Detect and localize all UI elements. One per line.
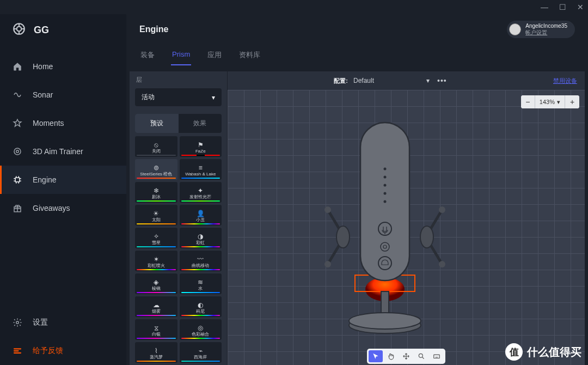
preset-list[interactable]: ⦸关闭⚑FaZe⊚SteelSeries 橙色≡Wabash & Lake❄剧冰… (130, 136, 227, 365)
nav-moments[interactable]: Moments (0, 109, 126, 137)
preset-label: 小丑 (196, 218, 205, 222)
config-select[interactable]: Default ▾ (353, 75, 430, 87)
svg-rect-30 (434, 355, 440, 358)
sonar-icon (12, 89, 23, 100)
preset-label: 科尼 (196, 309, 205, 314)
preset-label: 棱镜 (152, 287, 161, 291)
subtabs: 预设 效果 (135, 114, 222, 133)
layer-label: 层 (130, 71, 227, 86)
preset-5[interactable]: ✦发射性光芒 (180, 182, 222, 203)
preset-15[interactable]: ◐科尼 (180, 296, 222, 317)
layer-value: 活动 (142, 93, 155, 102)
preset-14[interactable]: ☁烟雾 (135, 296, 177, 317)
preset-4[interactable]: ❄剧冰 (135, 182, 177, 203)
preset-color-bar (181, 223, 220, 224)
preset-label: 西海岸 (194, 355, 207, 360)
window-minimize[interactable]: — (541, 3, 548, 11)
gift-icon (12, 203, 23, 214)
subtab-presets[interactable]: 预设 (135, 114, 179, 133)
svg-point-9 (324, 261, 331, 267)
canvas[interactable]: − 143%▾ + (228, 90, 585, 365)
nav-giveaways[interactable]: Giveaways (0, 194, 126, 222)
preset-color-bar (181, 200, 220, 202)
tool-keyboard[interactable] (430, 350, 444, 362)
preset-18[interactable]: ⌇蒸汽梦 (135, 342, 177, 363)
account-link[interactable]: 帐户设置 (525, 29, 567, 36)
preset-10[interactable]: ✶彩虹喷火 (135, 251, 177, 271)
nav-label: Moments (33, 119, 64, 127)
preset-1[interactable]: ⚑FaZe (180, 136, 222, 157)
nav-engine[interactable]: Engine (0, 166, 126, 194)
page-title: Engine (139, 25, 168, 34)
tool-move[interactable] (399, 350, 413, 362)
preset-color-bar (137, 155, 176, 156)
preset-0[interactable]: ⦸关闭 (135, 136, 177, 157)
preset-13[interactable]: ≋水 (180, 273, 222, 294)
nav-label: 给予反馈 (33, 346, 63, 356)
config-label: 配置: (334, 77, 348, 85)
zoom-value[interactable]: 143%▾ (535, 95, 565, 108)
svg-point-23 (383, 192, 386, 195)
preset-icon: ☁ (153, 301, 160, 309)
preset-8[interactable]: ✧彗星 (135, 228, 177, 248)
preset-icon: ✶ (154, 256, 159, 263)
svg-point-7 (16, 321, 19, 324)
preset-16[interactable]: ⧖白银 (135, 319, 177, 340)
preset-17[interactable]: ◎色彩融合 (180, 319, 222, 340)
tab-library[interactable]: 资料库 (238, 46, 261, 65)
nav-label: 3D Aim Trainer (33, 147, 83, 156)
preset-12[interactable]: ◈棱镜 (135, 273, 177, 294)
tool-pointer[interactable] (369, 350, 383, 362)
zoom-out[interactable]: − (521, 95, 535, 108)
preset-color-bar (181, 246, 220, 247)
canvas-area: 配置: Default ▾ ••• 禁用设备 − 143%▾ + (228, 71, 585, 365)
svg-point-4 (16, 150, 19, 153)
svg-point-29 (419, 354, 422, 357)
nav-feedback[interactable]: 给予反馈 (0, 337, 126, 365)
preset-label: 太阳 (152, 218, 161, 222)
svg-point-24 (383, 200, 386, 203)
preset-color-bar (137, 338, 176, 339)
layer-select[interactable]: 活动 ▾ (135, 88, 222, 106)
preset-9[interactable]: ◑彩虹 (180, 228, 222, 248)
nav-sonar[interactable]: Sonar (0, 81, 126, 109)
tool-zoom[interactable] (414, 350, 428, 362)
tab-prism[interactable]: Prism (171, 46, 191, 65)
preset-7[interactable]: 👤小丑 (180, 205, 222, 226)
preset-icon: ⚑ (198, 141, 204, 149)
tool-pan[interactable] (384, 350, 398, 362)
preset-3[interactable]: ≡Wabash & Lake (180, 159, 222, 180)
nav-label: Home (33, 62, 53, 71)
preset-icon: ◑ (198, 233, 203, 240)
watermark-text: 什么值得买 (527, 345, 581, 360)
preset-color-bar (181, 269, 220, 270)
subtab-effects[interactable]: 效果 (179, 114, 222, 133)
preset-6[interactable]: ☀太阳 (135, 205, 177, 226)
preset-label: 色彩融合 (192, 332, 209, 337)
svg-point-11 (439, 261, 445, 267)
preset-19[interactable]: ⌁西海岸 (180, 342, 222, 363)
nav-home[interactable]: Home (0, 52, 126, 81)
watermark-icon: 值 (505, 343, 523, 361)
tab-apps[interactable]: 应用 (206, 46, 223, 65)
device-microphone[interactable] (322, 112, 448, 348)
svg-point-21 (383, 176, 386, 179)
preset-2[interactable]: ⊚SteelSeries 橙色 (135, 159, 177, 180)
tab-gear[interactable]: 装备 (139, 46, 156, 65)
zoom-in[interactable]: + (565, 95, 579, 108)
user-chip[interactable]: AngelicIncome35 帐户设置 (507, 21, 575, 38)
window-close[interactable]: ✕ (577, 3, 584, 11)
gear-icon (12, 317, 23, 328)
nav-settings[interactable]: 设置 (0, 308, 126, 337)
zoom-controls: − 143%▾ + (521, 95, 579, 108)
config-menu[interactable]: ••• (435, 76, 449, 85)
chip-icon (12, 174, 23, 185)
nav-label: 设置 (33, 318, 48, 327)
svg-point-18 (349, 313, 421, 329)
nav-aim-trainer[interactable]: 3D Aim Trainer (0, 137, 126, 166)
window-maximize[interactable]: ☐ (559, 3, 566, 11)
preset-11[interactable]: 〰曲线移动 (180, 251, 222, 271)
preset-icon: ⧖ (154, 324, 158, 332)
canvas-tools (367, 349, 445, 364)
disable-device-link[interactable]: 禁用设备 (553, 77, 577, 85)
